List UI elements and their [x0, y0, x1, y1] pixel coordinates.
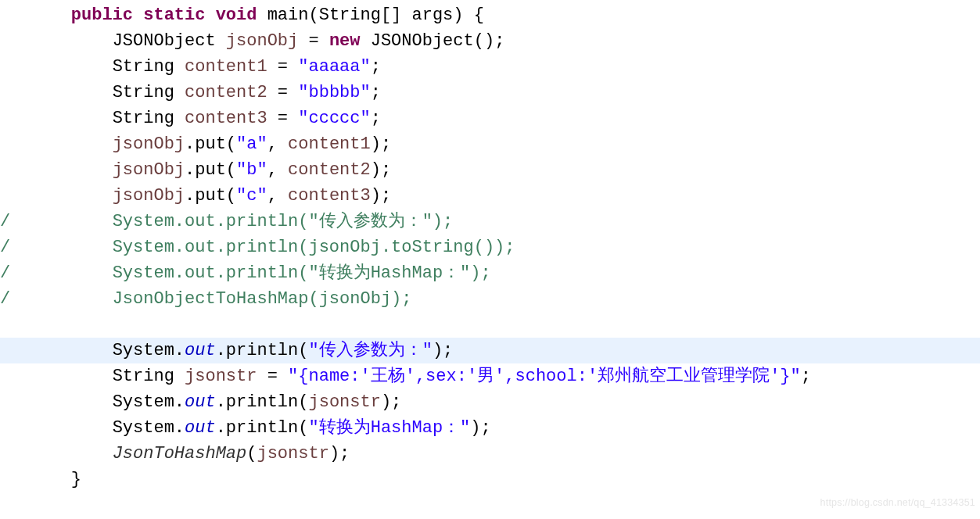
code-line-blank — [0, 312, 980, 338]
code-line: jsonObj.put("b", content2); — [0, 157, 980, 183]
code-line: } — [0, 467, 980, 492]
code-line-current[interactable]: System.out.println("传入参数为："); — [0, 338, 980, 363]
code-line-commented: / System.out.println(jsonObj.toString())… — [0, 234, 980, 260]
code-line-commented: / JsonObjectToHashMap(jsonObj); — [0, 286, 980, 312]
code-line-commented: / System.out.println("传入参数为："); — [0, 209, 980, 234]
code-line: public static void main(String[] args) { — [0, 2, 980, 28]
code-line: JsonToHashMap(jsonstr); — [0, 441, 980, 467]
code-line-commented: / System.out.println("转换为HashMap："); — [0, 260, 980, 286]
code-line: System.out.println("转换为HashMap："); — [0, 415, 980, 441]
code-line: String jsonstr = "{name:'王杨',sex:'男',sch… — [0, 363, 980, 389]
watermark: https://blog.csdn.net/qq_41334351 — [820, 490, 975, 516]
code-line: String content2 = "bbbbb"; — [0, 80, 980, 106]
code-line: String content1 = "aaaaa"; — [0, 54, 980, 80]
text-cursor — [453, 342, 454, 359]
code-block: public static void main(String[] args) {… — [0, 0, 980, 492]
code-line: jsonObj.put("a", content1); — [0, 131, 980, 157]
code-line: jsonObj.put("c", content3); — [0, 183, 980, 209]
code-line: String content3 = "ccccc"; — [0, 106, 980, 131]
code-line: System.out.println(jsonstr); — [0, 389, 980, 415]
code-line: JSONObject jsonObj = new JSONObject(); — [0, 28, 980, 54]
